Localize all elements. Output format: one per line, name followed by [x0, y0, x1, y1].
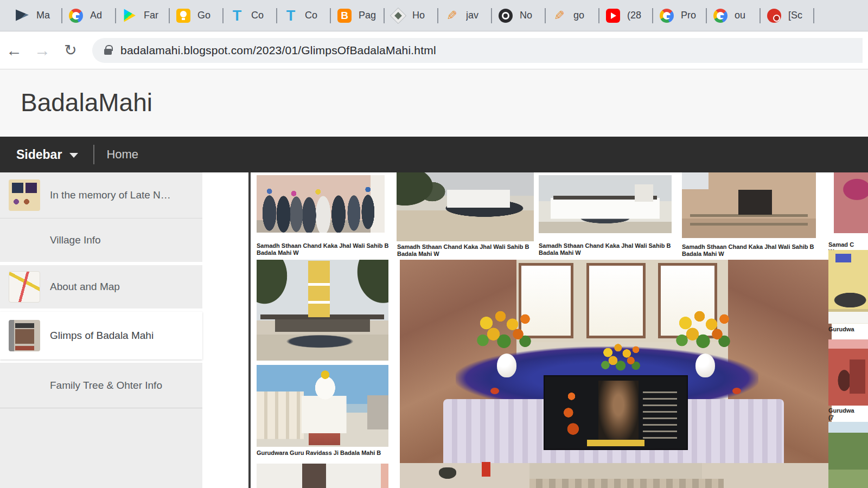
url-bar[interactable]: badalamahi.blogspot.com/2023/01/GlimpsOf…	[92, 38, 863, 63]
caption-line: Gurudwa	[828, 407, 867, 414]
page-title[interactable]: BadalaMahi	[21, 88, 152, 117]
photo-caption: Samadh Sthaan Chand Kaka Jhal Wali Sahib…	[539, 242, 672, 256]
bookmark-item[interactable]: Ma	[15, 9, 55, 23]
bookmark-item[interactable]: Pro	[660, 9, 699, 23]
photo-caption: Gurudwa (7	[828, 407, 867, 421]
forward-button[interactable]: →	[28, 41, 56, 60]
blogger-icon	[337, 9, 352, 23]
bookmark-label: Ad	[90, 10, 108, 21]
bookmark-separator	[706, 8, 707, 23]
bookmark-label: Ho	[412, 10, 431, 21]
bookmark-separator	[330, 8, 331, 23]
google-g-icon	[713, 9, 727, 23]
sidebar-item-about-and-map[interactable]: About and Map	[0, 265, 202, 309]
sidebar-item-label: About and Map	[50, 281, 198, 293]
url-text: badalamahi.blogspot.com/2023/01/GlimpsOf…	[120, 44, 436, 57]
content-frame-border	[248, 172, 251, 488]
reload-button[interactable]: ↻	[56, 41, 85, 59]
google-g-icon	[69, 9, 83, 23]
sidebar-item-family-tree[interactable]: Family Tree & Ohter Info	[0, 363, 202, 408]
bookmark-separator	[545, 8, 546, 23]
bookmark-separator	[276, 8, 277, 23]
bookmark-item[interactable]: Ho	[391, 9, 431, 23]
photo-strip-green-trees[interactable]	[828, 422, 868, 488]
photo-strip-yellow-building[interactable]	[828, 250, 868, 324]
chevron-down-icon	[69, 153, 78, 158]
photo-street-canopy[interactable]	[397, 172, 534, 241]
bookmark-separator	[760, 8, 761, 23]
yellow-plaque	[587, 440, 644, 446]
bookmark-label: No	[520, 10, 538, 21]
bookmark-label: (28	[627, 10, 646, 21]
bookmark-item[interactable]: Co	[284, 9, 323, 23]
bookmark-separator	[222, 8, 224, 23]
photo-strip-red-interior[interactable]	[828, 339, 868, 406]
photo-dome-courtyard[interactable]	[257, 365, 388, 447]
bookmark-label: Far	[144, 10, 162, 21]
red-box	[482, 462, 490, 477]
bookmark-item[interactable]: ou	[713, 9, 753, 23]
red-cloth-accent	[490, 388, 499, 394]
photo-gallery: Samadh Sthaan Chand Kaka Jhal Wali Sahib…	[252, 172, 868, 488]
bookmark-label: Co	[305, 10, 323, 21]
sidebar-item-label: Village Info	[50, 234, 198, 246]
bookmark-label: go	[573, 10, 592, 21]
sidebar-item-glimps-selected[interactable]: Glimps of Badala Mahi	[0, 312, 202, 359]
caption-line: Badala Mahi W	[257, 249, 390, 256]
sidebar-item-village-info[interactable]: Village Info	[0, 219, 202, 262]
sidebar: In the memory of Late N… Village Info Ab…	[0, 172, 202, 488]
bookmark-item[interactable]: jav	[445, 9, 484, 23]
flower-vase-right	[695, 354, 715, 377]
letter-t-icon	[230, 9, 244, 23]
caption-line: Samadh Sthaan Chand Kaka Jhal Wali Sahib…	[539, 242, 672, 249]
bookmark-separator	[384, 8, 385, 23]
sidebar-item-memory[interactable]: In the memory of Late N…	[0, 172, 202, 219]
blog-navbar: Sidebar Home	[0, 137, 868, 172]
photo-tower-closeup[interactable]	[682, 172, 816, 238]
memorial-board	[545, 376, 687, 450]
flower-bouquet-left	[469, 307, 539, 352]
bookmark-item[interactable]: Ad	[69, 9, 108, 23]
gallery-collage-thumbnail	[9, 320, 40, 351]
photo-yellow-tower-gurdwara[interactable]	[257, 260, 388, 361]
photo-white-gurdwara[interactable]	[539, 175, 672, 233]
play-store-icon	[123, 9, 137, 23]
bookmark-item[interactable]: Go	[176, 9, 216, 23]
caption-line: Badala Mahi W	[682, 251, 815, 258]
home-link[interactable]: Home	[106, 147, 138, 162]
bookmark-separator	[598, 8, 599, 23]
photo-caption: Samadh Sthaan Chand Kaka Jhal Wali Sahib…	[397, 243, 533, 258]
bookmark-label: ou	[735, 10, 753, 21]
bookmark-item[interactable]: Pag	[337, 9, 377, 23]
bookmark-item[interactable]: (28	[606, 9, 646, 23]
caption-line: Samadh Sthaan Chand Kaka Jhal Wali Sahib…	[397, 243, 533, 251]
bookmark-item[interactable]: No	[499, 9, 538, 23]
youtube-icon	[606, 9, 620, 23]
bookmark-label: Ma	[36, 10, 55, 21]
bookmark-item[interactable]: Far	[123, 9, 162, 23]
photo-group-of-men[interactable]	[257, 175, 385, 233]
sidebar-item-label: Family Tree & Ohter Info	[50, 380, 198, 391]
memorial-text	[643, 387, 677, 439]
caption-line: Gurudwa	[828, 326, 867, 333]
navbar-divider	[93, 145, 94, 164]
ring-icon	[499, 9, 513, 23]
sidebar-menu-button[interactable]: Sidebar	[16, 147, 78, 162]
sidebar-item-label: Glimps of Badala Mahi	[50, 330, 198, 342]
bookmark-item[interactable]: Co	[230, 9, 270, 23]
bookmark-item[interactable]: [Sc	[767, 9, 807, 23]
photo-caption: Gurudwa	[828, 326, 867, 333]
dark-pot	[439, 467, 456, 479]
photo-memorial-altar[interactable]	[400, 260, 832, 488]
caption-line: Samad C	[828, 241, 867, 248]
back-button[interactable]: ←	[0, 41, 28, 60]
blog-header: BadalaMahi	[0, 69, 868, 137]
photo-caption: Gurudwara Guru Ravidass Ji Badala Mahi B	[257, 450, 392, 457]
bookmark-item[interactable]: go	[552, 9, 592, 23]
bookmark-separator	[437, 8, 438, 23]
diya-lamps	[556, 389, 588, 436]
google-g-icon	[660, 9, 674, 23]
bookmark-separator	[115, 8, 116, 23]
photo-interior-door[interactable]	[257, 464, 388, 488]
photo-strip-top[interactable]	[828, 172, 868, 233]
